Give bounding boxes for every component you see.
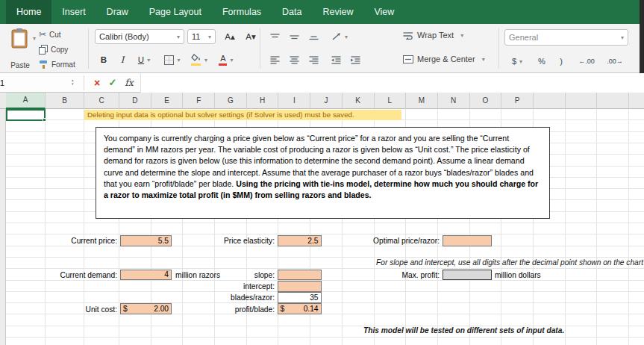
current-price-cell[interactable]: 5.5 [120, 235, 172, 246]
format-painter-button[interactable]: Format [39, 58, 75, 71]
unit-cost-cell[interactable]: $ 2.00 [120, 303, 172, 314]
tab-view[interactable]: View [363, 0, 404, 24]
column-header-i[interactable]: I [278, 93, 310, 109]
current-price-label[interactable]: Current price: [43, 235, 119, 246]
tab-insert[interactable]: Insert [51, 0, 96, 24]
font-size-select[interactable]: 11 ▾ [187, 29, 216, 44]
select-all-corner[interactable] [0, 93, 6, 109]
increase-indent-button[interactable] [346, 52, 364, 68]
name-box-spinner[interactable]: ▴ ▾ [72, 78, 74, 86]
price-elasticity-label[interactable]: Price elasticity: [194, 235, 277, 246]
column-header-h[interactable]: H [247, 93, 279, 109]
align-center-button[interactable] [285, 52, 303, 68]
column-header[interactable] [629, 93, 644, 109]
align-top-button[interactable] [266, 29, 284, 44]
font-color-button[interactable]: A ▾ [214, 52, 238, 68]
current-demand-cell[interactable]: 4 [120, 270, 172, 281]
column-header-p[interactable]: P [501, 93, 534, 109]
tab-page-layout[interactable]: Page Layout [139, 0, 212, 24]
italic-button[interactable]: I [114, 52, 131, 68]
confirm-entry-button[interactable]: ✓ [106, 73, 119, 93]
currency-format-button[interactable]: $ ▾ [504, 53, 530, 69]
tab-draw[interactable]: Draw [96, 0, 139, 24]
blades-per-razor-cell[interactable]: 35 [278, 292, 322, 303]
wrap-text-button[interactable]: Wrap Text ▾ [403, 31, 463, 40]
cancel-entry-button[interactable]: × [90, 73, 104, 93]
name-box[interactable]: A1 [0, 73, 66, 93]
column-header[interactable] [597, 93, 629, 109]
blades-per-razor-label[interactable]: blades/razor: [216, 292, 277, 303]
decrease-decimal-button[interactable]: .00→ [601, 53, 628, 69]
number-format-select[interactable]: General ▾ [504, 29, 628, 46]
v-gridline [6, 109, 46, 345]
wrap-text-icon [403, 31, 413, 40]
optimal-price-label[interactable]: Optimal price/razor: [358, 235, 442, 246]
column-header[interactable] [566, 93, 598, 109]
column-header-g[interactable]: G [215, 93, 247, 109]
bold-button[interactable]: B [95, 52, 113, 68]
borders-button[interactable]: ▾ [160, 52, 184, 68]
column-header-a[interactable]: A [6, 93, 46, 109]
copy-label: Copy [51, 46, 68, 54]
tab-review[interactable]: Review [312, 0, 363, 24]
column-header-c[interactable]: C [84, 93, 119, 109]
intercept-cell[interactable] [278, 281, 322, 292]
copy-button[interactable]: Copy [39, 43, 68, 56]
percent-format-button[interactable]: % [533, 53, 551, 69]
increase-font-size-button[interactable]: A▴ [220, 29, 240, 44]
price-elasticity-cell[interactable]: 2.5 [278, 235, 322, 246]
font-name-select[interactable]: Calibri (Body) ▾ [95, 29, 184, 44]
profit-per-blade-cell[interactable]: $ 0.14 [278, 303, 322, 314]
optimal-price-cell[interactable] [443, 235, 492, 246]
cut-button[interactable]: ✂ Cut [39, 28, 61, 41]
column-header-l[interactable]: L [375, 93, 407, 109]
profit-currency: $ [281, 305, 285, 313]
formula-input[interactable] [140, 73, 644, 93]
tab-formulas[interactable]: Formulas [212, 0, 272, 24]
group-separator [260, 28, 260, 69]
current-demand-label[interactable]: Current demand: [28, 270, 119, 281]
column-header-f[interactable]: F [183, 93, 215, 109]
align-left-button[interactable] [266, 52, 284, 68]
v-gridline [629, 109, 644, 345]
selected-cell-a1[interactable] [6, 109, 46, 121]
fill-color-button[interactable]: ▾ [187, 52, 211, 68]
column-header-j[interactable]: J [310, 93, 343, 109]
max-profit-cell[interactable] [443, 270, 492, 281]
align-middle-button[interactable] [285, 29, 303, 44]
align-right-button[interactable] [304, 52, 322, 68]
column-header-b[interactable]: B [46, 93, 84, 109]
column-header-n[interactable]: N [438, 93, 470, 109]
merge-center-button[interactable]: Merge & Center ▾ [403, 55, 485, 63]
slope-label[interactable]: slope: [224, 270, 277, 281]
slope-cell[interactable] [278, 270, 322, 281]
text-orientation-button[interactable]: ▾ [327, 29, 352, 44]
decrease-font-size-button[interactable]: A▾ [241, 29, 260, 44]
increase-decimal-button[interactable]: ←.00 [573, 53, 600, 69]
column-header-m[interactable]: M [406, 93, 438, 109]
align-bottom-button[interactable] [304, 29, 322, 44]
column-header-d[interactable]: D [119, 93, 151, 109]
currency-icon: $ [512, 57, 516, 66]
spin-down-icon: ▾ [72, 82, 74, 86]
profit-per-blade-label[interactable]: profit/blade: [216, 304, 277, 315]
fill-handle[interactable] [43, 118, 46, 122]
paste-button[interactable]: ▾ Paste [3, 26, 37, 71]
tab-home[interactable]: Home [6, 0, 51, 24]
unit-cost-label[interactable]: Unit cost: [43, 304, 119, 315]
intercept-label[interactable]: intercept: [224, 281, 277, 292]
orientation-icon [331, 32, 342, 41]
column-header-o[interactable]: O [470, 93, 502, 109]
underline-button[interactable]: U ▾ [132, 52, 156, 68]
column-header[interactable] [534, 93, 566, 109]
paint-bucket-icon [191, 54, 201, 66]
dropdown-caret-icon[interactable]: ▾ [33, 35, 36, 42]
max-profit-label[interactable]: Max. profit: [366, 270, 442, 281]
decrease-indent-button[interactable] [327, 52, 345, 68]
insert-function-button[interactable]: fx [122, 73, 137, 93]
increase-decimal-icon: ←.00 [578, 58, 595, 65]
column-header-e[interactable]: E [151, 93, 184, 109]
tab-data[interactable]: Data [272, 0, 312, 24]
comma-format-button[interactable]: ) [552, 53, 570, 69]
column-header-k[interactable]: K [343, 93, 375, 109]
